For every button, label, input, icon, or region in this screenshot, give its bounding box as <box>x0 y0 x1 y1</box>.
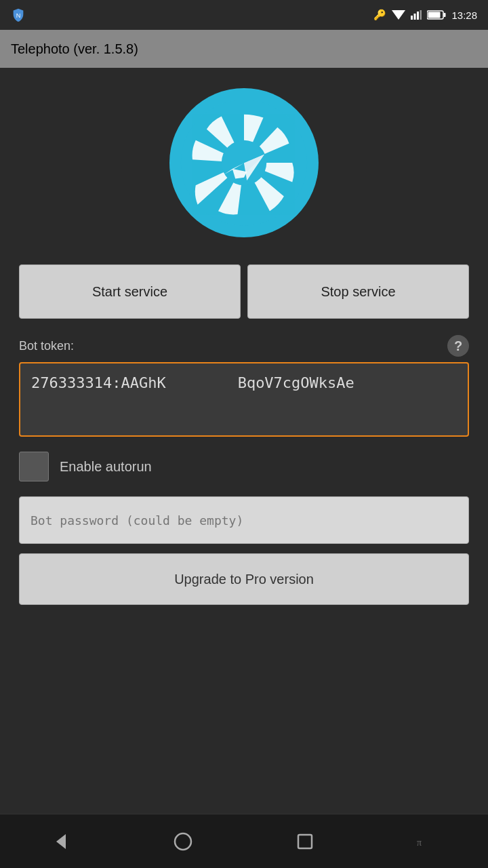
back-icon <box>51 831 71 852</box>
svg-rect-2 <box>411 16 413 20</box>
status-bar-left: N <box>11 7 26 22</box>
battery-icon <box>427 10 446 20</box>
svg-text:π: π <box>417 837 422 848</box>
wifi-icon <box>392 10 405 20</box>
svg-marker-15 <box>56 834 66 849</box>
shield-icon: N <box>11 7 26 22</box>
navigation-bar: π <box>0 814 488 868</box>
signal-icon <box>411 10 422 20</box>
bot-token-row: Bot token: ? <box>19 335 469 357</box>
svg-marker-1 <box>392 10 405 20</box>
bot-token-label: Bot token: <box>19 339 74 353</box>
autorun-row: Enable autorun <box>19 452 469 481</box>
home-icon <box>173 831 193 852</box>
stop-service-button[interactable]: Stop service <box>247 264 469 319</box>
autorun-label: Enable autorun <box>60 459 152 475</box>
status-bar-right: 🔑 13:28 <box>373 9 477 21</box>
watermark-icon: π <box>417 835 437 848</box>
svg-rect-4 <box>417 12 419 20</box>
pi-watermark: π <box>407 821 447 862</box>
svg-rect-3 <box>414 14 416 20</box>
service-buttons-row: Start service Stop service <box>19 264 469 319</box>
svg-point-10 <box>222 140 267 186</box>
autorun-checkbox[interactable] <box>19 452 49 481</box>
svg-text:N: N <box>16 12 21 19</box>
title-bar: Telephoto (ver. 1.5.8) <box>0 30 488 68</box>
key-status-icon: 🔑 <box>373 9 386 21</box>
logo-svg <box>180 98 308 227</box>
svg-rect-7 <box>444 13 446 17</box>
back-button[interactable] <box>41 821 81 862</box>
svg-rect-17 <box>298 835 312 848</box>
upgrade-button[interactable]: Upgrade to Pro version <box>19 553 469 605</box>
recent-icon <box>296 832 314 851</box>
main-content: Start service Stop service Bot token: ? … <box>0 68 488 814</box>
help-button[interactable]: ? <box>447 335 469 357</box>
svg-point-16 <box>175 833 191 850</box>
svg-rect-5 <box>420 10 422 20</box>
start-service-button[interactable]: Start service <box>19 264 241 319</box>
time-display: 13:28 <box>451 9 477 21</box>
app-title: Telephoto (ver. 1.5.8) <box>11 41 138 57</box>
bot-password-input[interactable] <box>19 496 469 544</box>
home-button[interactable] <box>163 821 203 862</box>
recent-button[interactable] <box>285 821 325 862</box>
svg-rect-8 <box>428 12 441 18</box>
bot-token-input[interactable]: 276333314:AAGhK BqoV7cgOWksAe <box>19 362 469 437</box>
app-logo <box>169 88 319 237</box>
status-bar: N 🔑 13:28 <box>0 0 488 30</box>
